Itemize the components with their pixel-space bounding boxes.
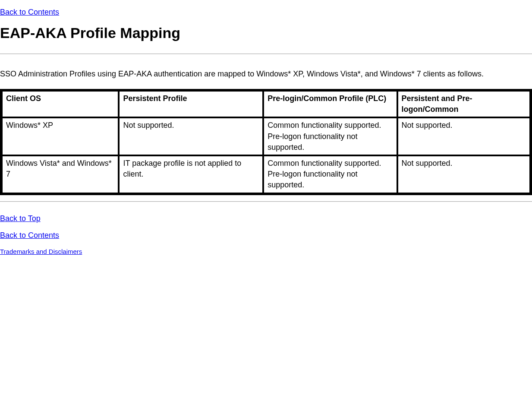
table-row: Windows Vista* and Windows* 7 IT package… [2, 155, 530, 193]
header-persistent-prelogon: Persistent and Pre-logon/Common [397, 91, 530, 117]
divider-top [0, 54, 532, 54]
cell-prelogin-common: Common functionality supported. Pre-logo… [263, 117, 397, 155]
table-row: Windows* XP Not supported. Common functi… [2, 117, 530, 155]
cell-client-os: Windows Vista* and Windows* 7 [2, 155, 119, 193]
cell-persistent-prelogon: Not supported. [397, 155, 530, 193]
header-persistent-profile: Persistent Profile [119, 91, 263, 117]
back-to-top-link[interactable]: Back to Top [0, 214, 41, 223]
table-header-row: Client OS Persistent Profile Pre-login/C… [2, 91, 530, 117]
back-to-contents-link-top[interactable]: Back to Contents [0, 8, 59, 16]
cell-persistent-prelogon: Not supported. [397, 117, 530, 155]
intro-paragraph: SSO Administration Profiles using EAP-AK… [0, 68, 532, 79]
header-client-os: Client OS [2, 91, 119, 117]
page-title: EAP-AKA Profile Mapping [0, 25, 532, 41]
cell-prelogin-common: Common functionality supported. Pre-logo… [263, 155, 397, 193]
back-to-contents-link-bottom[interactable]: Back to Contents [0, 231, 59, 240]
profile-mapping-table: Client OS Persistent Profile Pre-login/C… [0, 89, 532, 195]
cell-persistent-profile: Not supported. [119, 117, 263, 155]
divider-bottom [0, 201, 532, 202]
cell-persistent-profile: IT package profile is not applied to cli… [119, 155, 263, 193]
header-prelogin-common: Pre-login/Common Profile (PLC) [263, 91, 397, 117]
trademarks-disclaimers-link[interactable]: Trademarks and Disclaimers [0, 248, 82, 255]
cell-client-os: Windows* XP [2, 117, 119, 155]
